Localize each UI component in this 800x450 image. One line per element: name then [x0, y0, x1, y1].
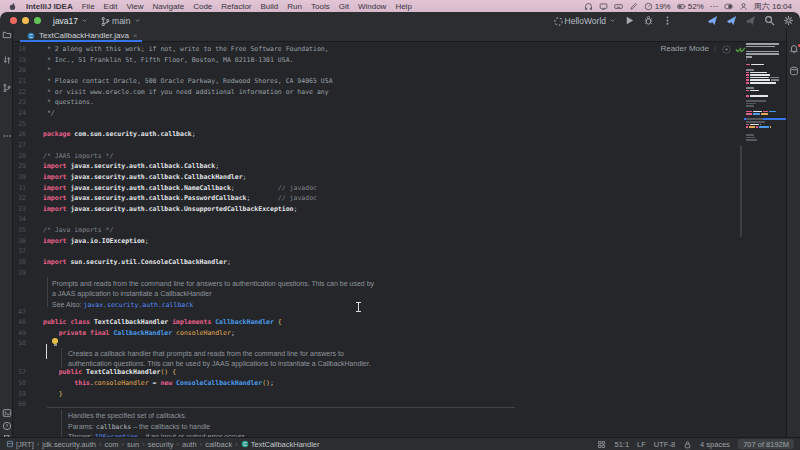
line-number[interactable]: 47 — [13, 307, 26, 317]
code-minimap[interactable] — [744, 42, 786, 152]
line-number[interactable]: 50 — [13, 338, 26, 348]
code-line[interactable]: import javax.security.auth.callback.Name… — [43, 183, 317, 193]
code-line[interactable]: * questions. — [43, 97, 94, 107]
display-icon[interactable] — [599, 2, 608, 11]
caret-position[interactable]: 51:1 — [614, 440, 629, 449]
line-number[interactable]: 36 — [13, 236, 26, 246]
code-line[interactable]: /* Java imports */ — [43, 225, 113, 235]
apple-menu-icon[interactable] — [8, 2, 17, 11]
line-number[interactable]: 60 — [13, 399, 26, 409]
menu-view[interactable]: View — [126, 2, 143, 11]
line-number[interactable]: 30 — [13, 172, 26, 182]
menu-navigate[interactable]: Navigate — [153, 2, 185, 11]
project-tool-icon[interactable] — [2, 30, 12, 40]
line-number[interactable]: 58 — [13, 378, 26, 388]
code-line[interactable]: this.consoleHandler = new ConsoleCallbac… — [43, 378, 274, 388]
doc-link[interactable]: javax.security.auth.callback — [84, 301, 194, 309]
line-number[interactable]: 32 — [13, 193, 26, 203]
breadcrumb-class[interactable]: CTextCallbackHandler — [241, 440, 320, 449]
line-number[interactable]: 59 — [13, 389, 26, 399]
line-number[interactable]: 28 — [13, 151, 26, 161]
search-everywhere-icon[interactable] — [764, 15, 775, 26]
memory-indicator[interactable]: 707 of 8192M — [738, 439, 794, 449]
notifications-icon[interactable] — [789, 44, 799, 54]
menu-help[interactable]: Help — [395, 2, 411, 11]
menu-refactor[interactable]: Refactor — [221, 2, 251, 11]
close-window-button[interactable] — [10, 17, 17, 24]
code-line[interactable]: import sun.security.util.ConsoleCallback… — [43, 257, 231, 267]
minimize-window-button[interactable] — [22, 17, 29, 24]
code-line[interactable]: import javax.security.auth.callback.Unsu… — [43, 204, 297, 214]
line-number[interactable]: 34 — [13, 214, 26, 224]
settings-icon[interactable] — [783, 15, 794, 26]
line-number[interactable]: 57 — [13, 367, 26, 377]
problems-tool-icon[interactable] — [2, 421, 12, 431]
menu-file[interactable]: File — [82, 2, 95, 11]
line-number[interactable]: 39 — [13, 268, 26, 278]
code-line[interactable]: package com.sun.security.auth.callback; — [43, 129, 196, 139]
user-switch-icon[interactable] — [739, 2, 748, 11]
editor-pane[interactable]: 1819202122232425262728293031323334353637… — [13, 42, 786, 437]
code-line[interactable]: * — [43, 65, 51, 75]
indent-setting[interactable]: 4 spaces — [700, 440, 730, 449]
menubar-clock[interactable]: 周六 16:04 — [754, 1, 792, 12]
line-number[interactable]: 49 — [13, 328, 26, 338]
line-number[interactable]: 26 — [13, 129, 26, 139]
editor-scrollbar[interactable] — [740, 145, 742, 237]
menu-code[interactable]: Code — [193, 2, 212, 11]
battery-icon[interactable]: 52% — [677, 2, 704, 11]
menu-git[interactable]: Git — [339, 2, 349, 11]
project-selector[interactable]: java17 — [53, 16, 88, 26]
line-number[interactable]: 22 — [13, 87, 26, 97]
pen-icon[interactable] — [629, 2, 638, 11]
more-tools-icon[interactable] — [2, 131, 12, 141]
intention-bulb-icon[interactable] — [52, 338, 58, 344]
breadcrumb-jrt[interactable]: [JRT] — [6, 440, 34, 449]
code-line[interactable]: * or visit www.oracle.com if you need ad… — [43, 87, 329, 97]
headphones-icon[interactable] — [584, 2, 593, 11]
code-line[interactable]: * Inc., 51 Franklin St, Fifth Floor, Bos… — [43, 55, 293, 65]
breadcrumb-callback[interactable]: callback — [205, 440, 232, 449]
menu-edit[interactable]: Edit — [104, 2, 118, 11]
line-number[interactable]: 19 — [13, 55, 26, 65]
code-line[interactable]: import javax.security.auth.callback.Call… — [43, 161, 219, 171]
tab-close-icon[interactable]: × — [133, 31, 138, 40]
menu-run[interactable]: Run — [287, 2, 302, 11]
code-line[interactable]: private final CallbackHandler consoleHan… — [43, 328, 235, 338]
menu-window[interactable]: Window — [358, 2, 386, 11]
code-line[interactable]: public TextCallbackHandler() { — [43, 367, 176, 377]
line-number[interactable]: 37 — [13, 246, 26, 256]
line-number[interactable]: 25 — [13, 119, 26, 129]
breadcrumb-sun[interactable]: sun — [127, 440, 139, 449]
code-line[interactable]: * Please contact Oracle, 500 Oracle Park… — [43, 76, 333, 86]
vcs-tool-icon[interactable] — [2, 83, 12, 93]
send-icon-3[interactable] — [745, 15, 756, 26]
line-number[interactable]: 20 — [13, 65, 26, 75]
cpu-gauge-icon[interactable]: 19% — [644, 2, 671, 11]
run-icon[interactable] — [624, 15, 635, 26]
breadcrumb-module[interactable]: jdk.security.auth — [42, 440, 96, 449]
more-actions-icon[interactable] — [662, 15, 673, 26]
send-icon-1[interactable] — [707, 15, 718, 26]
file-encoding[interactable]: UTF-8 — [654, 440, 675, 449]
code-line[interactable]: import javax.security.auth.callback.Call… — [43, 172, 247, 182]
code-line[interactable]: import java.io.IOException; — [43, 236, 149, 246]
reader-mode-toggle-icon[interactable] — [721, 44, 730, 53]
menu-tools[interactable]: Tools — [311, 2, 330, 11]
run-configuration-selector[interactable]: HelloWorld — [553, 16, 616, 26]
menu-build[interactable]: Build — [261, 2, 279, 11]
line-number[interactable]: 27 — [13, 140, 26, 150]
read-only-icon[interactable] — [683, 440, 692, 449]
code-line[interactable]: * 2 along with this work; if not, write … — [43, 44, 329, 54]
line-number[interactable]: 21 — [13, 76, 26, 86]
line-number[interactable]: 48 — [13, 317, 26, 327]
breadcrumb-com[interactable]: com — [104, 440, 118, 449]
menu-extra-ellipsis[interactable]: ⋯ — [710, 2, 718, 11]
line-number[interactable]: 33 — [13, 204, 26, 214]
line-number[interactable]: 23 — [13, 97, 26, 107]
code-line[interactable]: import javax.security.auth.callback.Pass… — [43, 193, 317, 203]
line-number[interactable]: 18 — [13, 44, 26, 54]
line-number[interactable]: 35 — [13, 225, 26, 235]
database-tool-icon[interactable] — [789, 66, 799, 76]
line-separator[interactable]: LF — [637, 440, 646, 449]
